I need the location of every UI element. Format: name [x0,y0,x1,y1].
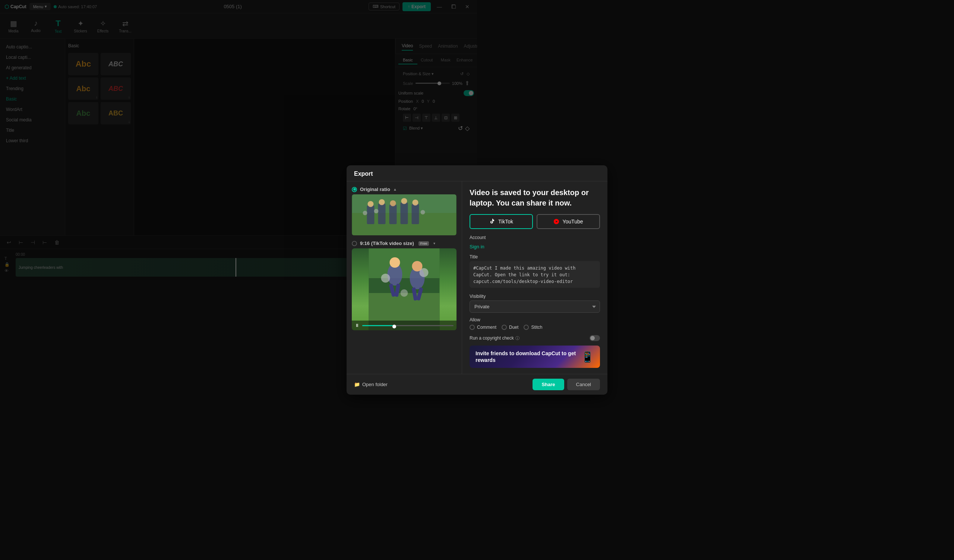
portrait-preview-svg [352,248,457,280]
modal-body: Original ratio ▲ [346,181,477,280]
radio-916[interactable] [352,241,357,246]
svg-rect-4 [378,204,386,224]
ratio-916: 9:16 (TikTok video size) Free ▾ [352,241,457,280]
free-badge: Free [418,241,429,246]
svg-point-15 [421,210,425,215]
svg-rect-3 [367,205,374,224]
svg-rect-6 [401,202,408,224]
landscape-preview-svg [352,194,457,235]
svg-point-20 [390,257,400,268]
modal-left: Original ratio ▲ [346,181,462,280]
svg-point-14 [374,209,379,213]
preview-landscape [352,194,457,235]
platform-row: TikTok YouTube [469,214,477,229]
modal-right: Video is saved to your desktop or laptop… [462,181,477,280]
export-modal: Export Original ratio ▲ [346,165,477,280]
modal-header: Export [346,165,477,181]
title-field-label: Title [469,254,477,260]
title-input[interactable]: #CapCut I made this amazing video with C… [469,261,477,280]
preview-portrait: ⏸ [352,248,457,280]
radio-original[interactable] [352,187,357,192]
svg-point-12 [413,199,418,205]
tiktok-button[interactable]: TikTok [469,214,477,229]
svg-rect-18 [369,248,440,278]
svg-point-13 [363,211,368,215]
sign-in-link[interactable]: Sign in [469,244,477,249]
svg-point-11 [401,198,407,204]
svg-rect-7 [412,204,419,224]
svg-point-28 [419,268,429,277]
svg-point-8 [368,201,374,207]
svg-point-9 [379,199,385,205]
ratio-original: Original ratio ▲ [352,187,457,235]
modal-overlay: Export Original ratio ▲ [0,0,477,280]
success-text: Video is saved to your desktop or laptop… [469,187,477,208]
svg-rect-5 [390,205,397,224]
svg-point-10 [390,200,396,206]
account-row: Account [469,235,477,242]
